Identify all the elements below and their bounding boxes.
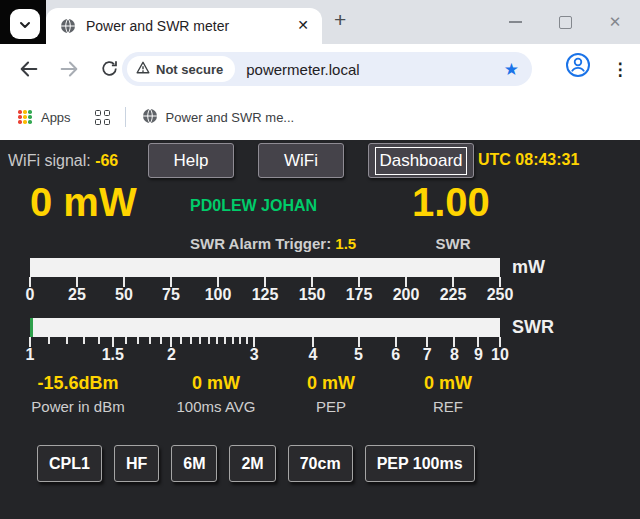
stat-value: 0 mW xyxy=(424,373,472,394)
browser-menu-kebab-icon[interactable]: ⋮ xyxy=(608,54,632,84)
tick-label: 10 xyxy=(491,346,509,364)
control-button-row: CPL1HF6M2M70cmPEP 100ms xyxy=(37,445,475,482)
swr-caption: SWR xyxy=(403,235,503,252)
security-chip[interactable]: Not secure xyxy=(127,56,235,82)
stats-row: -15.6dBmPower in dBm0 mW100ms AVG0 mWPEP… xyxy=(0,373,640,421)
bookmark-item[interactable]: Power and SWR me... xyxy=(142,108,295,127)
tab-close-icon[interactable]: ✕ xyxy=(297,17,309,33)
dashboard-button[interactable]: Dashboard xyxy=(368,143,474,178)
swr-meter-scale: 11.52345678910 xyxy=(30,337,500,371)
browser-tab[interactable]: Power and SWR meter ✕ xyxy=(46,8,322,44)
control-button-pep-100ms[interactable]: PEP 100ms xyxy=(365,445,475,482)
control-button-2m[interactable]: 2M xyxy=(229,445,275,482)
bookmark-label: Power and SWR me... xyxy=(166,110,295,125)
tick-label: 5 xyxy=(354,346,363,364)
minor-tick xyxy=(125,337,127,344)
minor-tick xyxy=(66,337,68,344)
tick-label: 50 xyxy=(115,286,133,304)
window-close-button[interactable]: ✕ xyxy=(590,0,640,44)
stat-label: 100ms AVG xyxy=(177,398,256,415)
button-label: WiFi xyxy=(284,151,318,171)
minor-tick xyxy=(48,337,50,344)
tick-label: 6 xyxy=(391,346,400,364)
power-meter-unit: mW xyxy=(512,257,545,278)
profile-avatar[interactable] xyxy=(565,52,591,78)
stat-label: PEP xyxy=(307,398,355,415)
wifi-signal-label: WiFi signal: xyxy=(8,152,91,169)
back-button[interactable] xyxy=(16,57,42,83)
apps-grid-icon xyxy=(18,110,32,124)
browser-window: Power and SWR meter ✕ + ✕ xyxy=(0,0,640,519)
tick-label: 100 xyxy=(205,286,232,304)
button-label: Dashboard xyxy=(379,151,462,171)
minor-tick xyxy=(208,337,210,344)
apps-label: Apps xyxy=(41,110,71,125)
tab-title: Power and SWR meter xyxy=(86,18,229,34)
tab-search-chevron-button[interactable] xyxy=(10,9,40,39)
swr-meter-fill xyxy=(30,318,33,337)
tick-label: 1.5 xyxy=(102,346,124,364)
apps-shortcut[interactable]: Apps xyxy=(18,110,71,125)
window-maximize-button[interactable] xyxy=(540,0,590,44)
chevron-down-icon xyxy=(19,17,31,32)
tick-label: 3 xyxy=(250,346,259,364)
reload-button[interactable] xyxy=(96,57,122,83)
window-controls: ✕ xyxy=(490,0,640,44)
tick-label: 175 xyxy=(346,286,373,304)
minor-tick xyxy=(246,337,248,344)
address-bar[interactable]: Not secure powermeter.local ★ xyxy=(122,52,532,86)
power-meter-bar xyxy=(30,258,500,277)
bookmarks-bar: Apps Power and SWR me... xyxy=(0,94,640,140)
wifi-signal-value: -66 xyxy=(95,152,118,169)
globe-icon xyxy=(142,108,158,127)
minor-tick xyxy=(149,337,151,344)
swr-alarm-label: SWR Alarm Trigger: xyxy=(190,235,331,252)
stat-label: Power in dBm xyxy=(31,398,124,415)
callsign: PD0LEW JOHAN xyxy=(190,197,317,215)
tick-label: 75 xyxy=(162,286,180,304)
utc-clock: UTC 08:43:31 xyxy=(478,151,579,169)
stat-value: 0 mW xyxy=(177,373,256,394)
swr-meter-bar xyxy=(30,318,500,337)
bookmark-star-icon[interactable]: ★ xyxy=(504,59,519,80)
tick-label: 8 xyxy=(450,346,459,364)
page-content: WiFi signal: -66 HelpWiFiDashboard UTC 0… xyxy=(0,140,640,519)
minor-tick xyxy=(98,337,100,344)
minor-tick xyxy=(160,337,162,344)
tab-strip: Power and SWR meter ✕ + ✕ xyxy=(0,0,640,44)
stat-pep: 0 mWPEP xyxy=(307,373,355,415)
forward-arrow-icon xyxy=(58,58,80,83)
maximize-icon xyxy=(559,16,572,29)
tick-label: 250 xyxy=(487,286,514,304)
stat-value: -15.6dBm xyxy=(31,373,124,394)
swr-meter-unit: SWR xyxy=(512,317,554,338)
warning-icon xyxy=(136,61,150,77)
minor-tick xyxy=(216,337,218,344)
tick-label: 125 xyxy=(252,286,279,304)
new-tab-icon[interactable]: + xyxy=(334,8,346,32)
control-button-70cm[interactable]: 70cm xyxy=(288,445,353,482)
window-minimize-button[interactable] xyxy=(490,0,540,44)
swr-readout: 1.00 xyxy=(412,180,490,224)
minor-tick xyxy=(180,337,182,344)
control-button-cpl1[interactable]: CPL1 xyxy=(37,445,102,482)
wifi-signal: WiFi signal: -66 xyxy=(8,152,118,170)
tick-label: 9 xyxy=(474,346,483,364)
minor-tick xyxy=(239,337,241,344)
control-button-6m[interactable]: 6M xyxy=(171,445,217,482)
help-button[interactable]: Help xyxy=(148,143,234,178)
control-button-hf[interactable]: HF xyxy=(114,445,159,482)
reload-icon xyxy=(100,59,119,81)
wifi-button[interactable]: WiFi xyxy=(258,143,344,178)
tick-label: 200 xyxy=(393,286,420,304)
tick-label: 150 xyxy=(299,286,326,304)
stat-value: 0 mW xyxy=(307,373,355,394)
minor-tick xyxy=(190,337,192,344)
stat-label: REF xyxy=(424,398,472,415)
minor-tick xyxy=(199,337,201,344)
forward-button[interactable] xyxy=(56,57,82,83)
power-readout: 0 mW xyxy=(30,180,137,224)
tab-groups-icon[interactable] xyxy=(95,110,110,125)
tick-label: 4 xyxy=(309,346,318,364)
swr-alarm-value: 1.5 xyxy=(335,235,356,252)
